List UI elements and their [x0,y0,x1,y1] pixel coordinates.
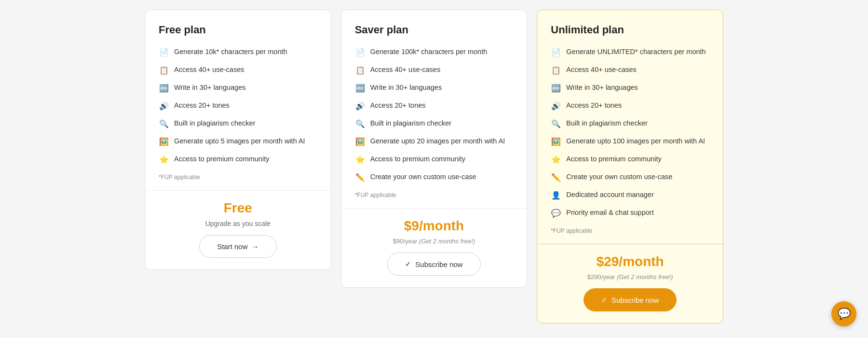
feature-icon: 🔊 [159,101,169,112]
check-icon: ✓ [405,260,411,268]
feature-text: Access 20+ tones [174,100,230,110]
feature-icon: 🖼️ [355,137,366,147]
feature-text: Access 20+ tones [370,100,426,110]
feature-list-unlimited: 📄Generate UNLIMITED* characters per mont… [551,47,709,219]
feature-icon: ⭐ [551,155,561,165]
feature-icon: 🖼️ [551,137,561,147]
feature-icon: ⭐ [355,155,366,165]
feature-text: Generate 10k* characters per month [174,47,287,56]
feature-icon: 💬 [551,208,561,219]
feature-text: Dedicated account manager [566,190,653,199]
plan-footer-saver: $9/month$90/year (Get 2 months free!)✓ S… [341,208,527,287]
chat-button[interactable]: 💬 [831,301,856,326]
feature-text: Access 40+ use-cases [370,65,440,74]
feature-item: 📄Generate 10k* characters per month [159,47,317,58]
feature-icon: 🖼️ [159,137,169,147]
feature-item: 📄Generate UNLIMITED* characters per mont… [551,47,709,58]
feature-icon: ✏️ [551,172,561,183]
feature-item: 📋Access 40+ use-cases [551,65,709,76]
feature-item: 📋Access 40+ use-cases [159,65,317,76]
feature-item: 📋Access 40+ use-cases [355,65,514,76]
feature-item: ⭐Access to premium community [355,154,514,165]
feature-text: Built in plagiarism checker [566,118,647,128]
feature-item: ✏️Create your own custom use-case [551,172,709,183]
feature-item: 🔍Built in plagiarism checker [551,118,709,129]
feature-text: Write in 30+ languages [566,83,637,92]
feature-icon: ✏️ [355,172,366,183]
feature-item: 🖼️Generate upto 20 images per month with… [355,136,514,147]
feature-text: Write in 30+ languages [174,83,245,92]
check-icon: ✓ [601,296,608,304]
feature-text: Access to premium community [566,154,661,164]
feature-item: 🔤Write in 30+ languages [551,83,709,94]
feature-icon: 🔤 [355,83,366,94]
feature-text: Priority email & chat support [566,208,653,217]
plan-cta-button-free[interactable]: Start now → [199,235,276,258]
fup-note-saver: *FUP applicable [355,192,514,198]
feature-list-saver: 📄Generate 100k* characters per month📋Acc… [355,47,514,183]
feature-item: 📄Generate 100k* characters per month [355,47,514,58]
feature-icon: 📋 [159,65,169,76]
plan-price-unlimited: $29/month [597,254,664,269]
arrow-icon: → [252,242,259,251]
feature-text: Create your own custom use-case [566,172,672,182]
plan-footer-free: FreeUpgrade as you scaleStart now → [145,190,331,269]
feature-text: Generate upto 100 images per month with … [566,136,705,146]
fup-note-unlimited: *FUP applicable [551,227,709,234]
plan-subtitle-free: Upgrade as you scale [205,220,271,227]
feature-icon: 📄 [159,47,169,58]
feature-text: Generate 100k* characters per month [370,47,488,56]
feature-text: Generate upto 5 images per month with AI [174,136,305,146]
plan-price-sub-saver: $90/year (Get 2 months free!) [393,238,475,245]
feature-text: Access 40+ use-cases [566,65,636,74]
plan-card-unlimited: Unlimited plan📄Generate UNLIMITED* chara… [537,10,723,324]
feature-item: 👤Dedicated account manager [551,190,709,201]
feature-icon: 🔍 [355,119,366,129]
feature-text: Write in 30+ languages [370,83,442,92]
feature-item: 🔍Built in plagiarism checker [355,118,514,129]
feature-icon: 👤 [551,190,561,201]
feature-icon: 🔍 [551,119,561,129]
feature-item: 🔤Write in 30+ languages [355,83,514,94]
feature-item: 🔊Access 20+ tones [551,100,709,112]
feature-text: Built in plagiarism checker [174,118,255,128]
feature-text: Access 20+ tones [566,100,622,110]
feature-icon: 🔤 [159,83,169,94]
pricing-plans: Free plan📄Generate 10k* characters per m… [145,10,723,324]
plan-cta-button-unlimited[interactable]: ✓ Subscribe now [583,288,677,311]
plan-price-free: Free [224,200,252,216]
feature-icon: 📄 [551,47,561,58]
feature-item: 🔊Access 20+ tones [355,100,514,112]
feature-item: 💬Priority email & chat support [551,208,709,219]
feature-text: Access 40+ use-cases [174,65,244,74]
feature-item: 🔊Access 20+ tones [159,100,317,112]
plan-card-saver: Saver plan📄Generate 100k* characters per… [341,10,528,288]
feature-icon: 🔤 [551,83,561,94]
feature-icon: 🔊 [355,101,366,112]
feature-text: Create your own custom use-case [370,172,476,182]
plan-cta-button-saver[interactable]: ✓ Subscribe now [387,253,480,276]
feature-item: ⭐Access to premium community [159,154,317,165]
feature-item: 🖼️Generate upto 100 images per month wit… [551,136,709,147]
feature-icon: 🔍 [159,119,169,129]
plan-body-free: Free plan📄Generate 10k* characters per m… [145,10,331,190]
feature-text: Access to premium community [370,154,465,164]
feature-icon: 🔊 [551,101,561,112]
plan-title-saver: Saver plan [355,24,514,36]
feature-item: 🖼️Generate upto 5 images per month with … [159,136,317,147]
feature-item: ✏️Create your own custom use-case [355,172,514,183]
feature-icon: 📄 [355,47,366,58]
plan-price-saver: $9/month [404,218,464,234]
plan-body-unlimited: Unlimited plan📄Generate UNLIMITED* chara… [537,10,723,244]
plan-title-unlimited: Unlimited plan [551,24,709,36]
plan-title-free: Free plan [159,24,317,36]
plan-card-free: Free plan📄Generate 10k* characters per m… [145,10,331,270]
fup-note-free: *FUP applicable [159,174,317,181]
feature-text: Access to premium community [174,154,269,164]
feature-icon: 📋 [355,65,366,76]
feature-icon: ⭐ [159,155,169,165]
feature-icon: 📋 [551,65,561,76]
feature-list-free: 📄Generate 10k* characters per month📋Acce… [159,47,317,165]
feature-item: 🔤Write in 30+ languages [159,83,317,94]
plan-body-saver: Saver plan📄Generate 100k* characters per… [341,10,527,208]
